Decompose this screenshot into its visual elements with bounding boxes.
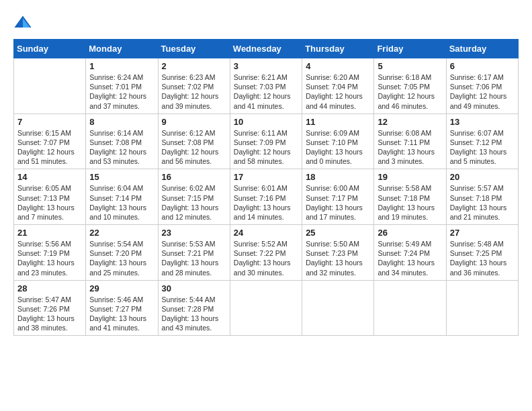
day-info: Sunrise: 6:17 AMSunset: 7:06 PMDaylight:…	[450, 73, 515, 111]
calendar-cell	[14, 58, 86, 114]
day-info: Sunrise: 5:54 AMSunset: 7:20 PMDaylight:…	[89, 239, 154, 277]
calendar-cell: 10Sunrise: 6:11 AMSunset: 7:09 PMDayligh…	[230, 113, 302, 169]
day-info: Sunrise: 6:20 AMSunset: 7:04 PMDaylight:…	[306, 73, 370, 111]
day-number: 2	[162, 61, 226, 71]
day-info: Sunrise: 6:15 AMSunset: 7:07 PMDaylight:…	[17, 128, 82, 167]
day-info: Sunrise: 5:46 AMSunset: 7:27 PMDaylight:…	[89, 295, 154, 333]
day-info: Sunrise: 5:52 AMSunset: 7:22 PMDaylight:…	[234, 239, 298, 277]
day-info: Sunrise: 6:18 AMSunset: 7:05 PMDaylight:…	[378, 73, 442, 111]
page-header	[13, 13, 519, 32]
day-number: 20	[450, 172, 515, 182]
day-info: Sunrise: 5:53 AMSunset: 7:21 PMDaylight:…	[162, 239, 226, 277]
calendar-cell: 26Sunrise: 5:49 AMSunset: 7:24 PMDayligh…	[374, 225, 446, 281]
day-number: 22	[89, 228, 154, 238]
day-info: Sunrise: 6:04 AMSunset: 7:14 PMDaylight:…	[89, 183, 154, 222]
day-number: 13	[450, 117, 515, 127]
day-number: 1	[89, 61, 154, 71]
calendar-cell: 9Sunrise: 6:12 AMSunset: 7:08 PMDaylight…	[158, 113, 230, 169]
day-info: Sunrise: 5:49 AMSunset: 7:24 PMDaylight:…	[378, 239, 442, 277]
calendar-week-row: 21Sunrise: 5:56 AMSunset: 7:19 PMDayligh…	[14, 225, 519, 281]
day-info: Sunrise: 5:56 AMSunset: 7:19 PMDaylight:…	[17, 239, 82, 277]
calendar-cell: 22Sunrise: 5:54 AMSunset: 7:20 PMDayligh…	[86, 225, 158, 281]
calendar-cell: 16Sunrise: 6:02 AMSunset: 7:15 PMDayligh…	[158, 169, 230, 225]
day-number: 19	[378, 172, 442, 182]
day-number: 12	[378, 117, 442, 127]
weekday-header-sunday: Sunday	[14, 40, 86, 58]
day-number: 21	[17, 228, 82, 238]
day-number: 29	[89, 283, 154, 293]
day-info: Sunrise: 6:01 AMSunset: 7:16 PMDaylight:…	[234, 183, 298, 222]
calendar-cell: 19Sunrise: 5:58 AMSunset: 7:18 PMDayligh…	[374, 169, 446, 225]
day-number: 10	[234, 117, 298, 127]
calendar-week-row: 28Sunrise: 5:47 AMSunset: 7:26 PMDayligh…	[14, 280, 519, 336]
day-number: 23	[162, 228, 226, 238]
calendar-cell: 15Sunrise: 6:04 AMSunset: 7:14 PMDayligh…	[86, 169, 158, 225]
day-number: 28	[17, 283, 82, 293]
day-number: 25	[306, 228, 370, 238]
calendar-cell	[302, 280, 374, 336]
calendar-cell: 6Sunrise: 6:17 AMSunset: 7:06 PMDaylight…	[446, 58, 518, 114]
calendar-cell: 28Sunrise: 5:47 AMSunset: 7:26 PMDayligh…	[14, 280, 86, 336]
day-number: 17	[234, 172, 298, 182]
weekday-header-friday: Friday	[374, 40, 446, 58]
day-info: Sunrise: 6:02 AMSunset: 7:15 PMDaylight:…	[162, 183, 226, 222]
calendar-cell: 30Sunrise: 5:44 AMSunset: 7:28 PMDayligh…	[158, 280, 230, 336]
weekday-header-tuesday: Tuesday	[158, 40, 230, 58]
calendar-cell: 5Sunrise: 6:18 AMSunset: 7:05 PMDaylight…	[374, 58, 446, 114]
weekday-header-saturday: Saturday	[446, 40, 518, 58]
day-number: 3	[234, 61, 298, 71]
day-number: 4	[306, 61, 370, 71]
day-info: Sunrise: 6:24 AMSunset: 7:01 PMDaylight:…	[89, 73, 154, 111]
day-info: Sunrise: 5:48 AMSunset: 7:25 PMDaylight:…	[450, 239, 515, 277]
calendar-cell: 2Sunrise: 6:23 AMSunset: 7:02 PMDaylight…	[158, 58, 230, 114]
calendar-cell: 25Sunrise: 5:50 AMSunset: 7:23 PMDayligh…	[302, 225, 374, 281]
day-info: Sunrise: 6:21 AMSunset: 7:03 PMDaylight:…	[234, 73, 298, 111]
day-info: Sunrise: 5:44 AMSunset: 7:28 PMDaylight:…	[162, 295, 226, 333]
calendar-cell	[230, 280, 302, 336]
calendar-cell: 8Sunrise: 6:14 AMSunset: 7:08 PMDaylight…	[86, 113, 158, 169]
day-number: 30	[162, 283, 226, 293]
day-info: Sunrise: 6:23 AMSunset: 7:02 PMDaylight:…	[162, 73, 226, 111]
calendar-cell	[374, 280, 446, 336]
day-info: Sunrise: 5:47 AMSunset: 7:26 PMDaylight:…	[17, 295, 82, 333]
weekday-header-monday: Monday	[86, 40, 158, 58]
day-info: Sunrise: 6:11 AMSunset: 7:09 PMDaylight:…	[234, 128, 298, 167]
calendar-cell: 14Sunrise: 6:05 AMSunset: 7:13 PMDayligh…	[14, 169, 86, 225]
calendar-week-row: 1Sunrise: 6:24 AMSunset: 7:01 PMDaylight…	[14, 58, 519, 114]
calendar-week-row: 7Sunrise: 6:15 AMSunset: 7:07 PMDaylight…	[14, 113, 519, 169]
calendar-cell: 18Sunrise: 6:00 AMSunset: 7:17 PMDayligh…	[302, 169, 374, 225]
day-number: 24	[234, 228, 298, 238]
calendar-cell: 1Sunrise: 6:24 AMSunset: 7:01 PMDaylight…	[86, 58, 158, 114]
calendar-cell: 20Sunrise: 5:57 AMSunset: 7:18 PMDayligh…	[446, 169, 518, 225]
day-number: 6	[450, 61, 515, 71]
day-number: 9	[162, 117, 226, 127]
day-info: Sunrise: 6:14 AMSunset: 7:08 PMDaylight:…	[89, 128, 154, 167]
day-info: Sunrise: 5:57 AMSunset: 7:18 PMDaylight:…	[450, 183, 515, 222]
day-number: 16	[162, 172, 226, 182]
day-info: Sunrise: 6:09 AMSunset: 7:10 PMDaylight:…	[306, 128, 370, 167]
day-number: 18	[306, 172, 370, 182]
calendar-cell: 11Sunrise: 6:09 AMSunset: 7:10 PMDayligh…	[302, 113, 374, 169]
day-number: 15	[89, 172, 154, 182]
day-info: Sunrise: 6:07 AMSunset: 7:12 PMDaylight:…	[450, 128, 515, 167]
day-info: Sunrise: 6:00 AMSunset: 7:17 PMDaylight:…	[306, 183, 370, 222]
calendar-cell: 7Sunrise: 6:15 AMSunset: 7:07 PMDaylight…	[14, 113, 86, 169]
day-info: Sunrise: 6:05 AMSunset: 7:13 PMDaylight:…	[17, 183, 82, 222]
day-info: Sunrise: 6:12 AMSunset: 7:08 PMDaylight:…	[162, 128, 226, 167]
day-number: 27	[450, 228, 515, 238]
calendar-cell: 3Sunrise: 6:21 AMSunset: 7:03 PMDaylight…	[230, 58, 302, 114]
day-number: 7	[17, 117, 82, 127]
calendar-cell: 29Sunrise: 5:46 AMSunset: 7:27 PMDayligh…	[86, 280, 158, 336]
day-number: 14	[17, 172, 82, 182]
day-info: Sunrise: 5:50 AMSunset: 7:23 PMDaylight:…	[306, 239, 370, 277]
calendar-cell: 24Sunrise: 5:52 AMSunset: 7:22 PMDayligh…	[230, 225, 302, 281]
logo-icon	[13, 13, 32, 32]
day-number: 8	[89, 117, 154, 127]
calendar-cell	[446, 280, 518, 336]
calendar-week-row: 14Sunrise: 6:05 AMSunset: 7:13 PMDayligh…	[14, 169, 519, 225]
calendar-cell: 17Sunrise: 6:01 AMSunset: 7:16 PMDayligh…	[230, 169, 302, 225]
calendar-cell: 23Sunrise: 5:53 AMSunset: 7:21 PMDayligh…	[158, 225, 230, 281]
day-info: Sunrise: 5:58 AMSunset: 7:18 PMDaylight:…	[378, 183, 442, 222]
day-number: 5	[378, 61, 442, 71]
weekday-header-row: SundayMondayTuesdayWednesdayThursdayFrid…	[14, 40, 519, 58]
